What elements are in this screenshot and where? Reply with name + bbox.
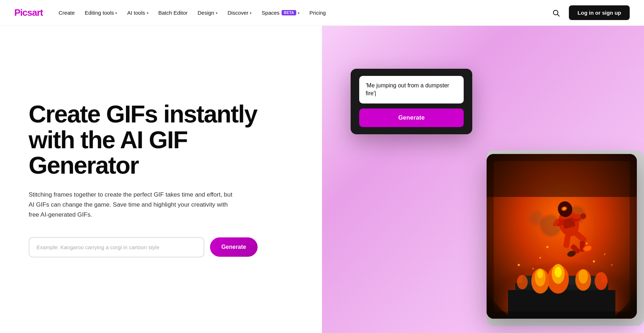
nav-item-editing-tools[interactable]: Editing tools ▾ [80,7,122,19]
nav-left: Picsart Create Editing tools ▾ AI tools … [14,7,330,19]
login-button[interactable]: Log in or sign up [569,5,630,20]
nav-item-discover[interactable]: Discover ▾ [223,7,256,19]
hero-right: 'Me jumping out from a dumpster fire'| G… [322,26,644,333]
action-image-card [487,154,637,319]
chevron-down-icon: ▾ [115,11,117,15]
nav-item-design[interactable]: Design ▾ [193,7,222,19]
nav-item-create[interactable]: Create [54,7,79,19]
nav-item-pricing[interactable]: Pricing [305,7,330,19]
beta-badge: BETA [282,10,296,15]
hero-title: Create GIFs instantly with the AI GIF Ge… [29,101,301,178]
hero-generate-button[interactable]: Generate [210,237,258,257]
fire-scene-illustration [487,154,637,319]
nav-item-batch-editor[interactable]: Batch Editor [154,7,192,19]
chevron-down-icon: ▾ [147,11,148,15]
svg-line-1 [557,14,559,16]
hero-description: Stitching frames together to create the … [29,190,236,220]
logo[interactable]: Picsart [14,7,43,18]
ai-prompt-card: 'Me jumping out from a dumpster fire'| G… [351,69,472,134]
hero-section: Create GIFs instantly with the AI GIF Ge… [0,26,644,333]
ai-card-prompt-text: 'Me jumping out from a dumpster fire'| [359,76,464,103]
nav-links: Create Editing tools ▾ AI tools ▾ Batch … [54,7,330,19]
chevron-down-icon: ▾ [216,11,218,15]
hero-input-row: Generate [29,237,258,257]
chevron-down-icon: ▾ [298,11,299,15]
navbar: Picsart Create Editing tools ▾ AI tools … [0,0,644,26]
chevron-down-icon: ▾ [250,11,252,15]
nav-item-ai-tools[interactable]: AI tools ▾ [123,7,152,19]
svg-rect-48 [487,154,637,319]
hero-prompt-input[interactable] [29,237,204,257]
ai-card-generate-button[interactable]: Generate [359,108,464,127]
hero-left: Create GIFs instantly with the AI GIF Ge… [0,26,322,333]
search-button[interactable] [549,6,563,20]
nav-right: Log in or sign up [549,5,630,20]
nav-item-spaces[interactable]: Spaces BETA ▾ [257,7,304,19]
search-icon [552,9,560,17]
